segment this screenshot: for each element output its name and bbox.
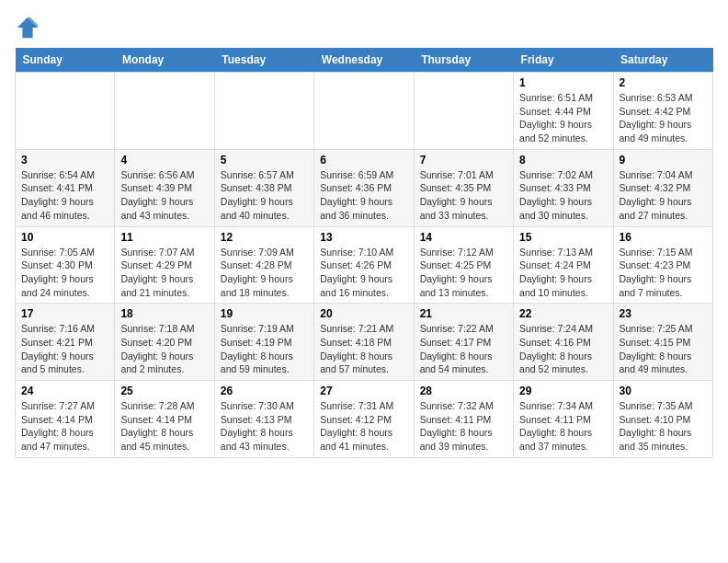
day-info: Sunrise: 7:27 AMSunset: 4:14 PMDaylight:… [21,399,108,454]
weekday-header: Wednesday [314,48,414,73]
day-info: Sunrise: 7:01 AMSunset: 4:35 PMDaylight:… [420,168,507,223]
day-number: 12 [221,231,308,244]
day-info: Sunrise: 7:12 AMSunset: 4:25 PMDaylight:… [420,246,507,300]
logo [15,15,44,40]
day-info: Sunrise: 7:10 AMSunset: 4:26 PMDaylight:… [320,246,407,300]
day-number: 26 [221,385,308,397]
header [15,15,713,40]
day-number: 14 [420,231,507,244]
calendar-cell: 5Sunrise: 6:57 AMSunset: 4:38 PMDaylight… [214,149,313,226]
weekday-header: Friday [514,48,613,73]
calendar-cell [214,73,313,150]
calendar-cell: 6Sunrise: 6:59 AMSunset: 4:36 PMDaylight… [314,149,414,226]
calendar-cell: 25Sunrise: 7:28 AMSunset: 4:14 PMDayligh… [115,381,214,458]
day-number: 28 [420,385,507,397]
calendar-cell: 15Sunrise: 7:13 AMSunset: 4:24 PMDayligh… [514,226,613,304]
calendar-cell: 13Sunrise: 7:10 AMSunset: 4:26 PMDayligh… [314,226,414,304]
calendar-cell: 10Sunrise: 7:05 AMSunset: 4:30 PMDayligh… [16,226,115,304]
day-info: Sunrise: 7:09 AMSunset: 4:28 PMDaylight:… [221,246,308,300]
day-number: 30 [620,385,707,397]
day-info: Sunrise: 7:07 AMSunset: 4:29 PMDaylight:… [120,246,208,300]
day-info: Sunrise: 7:34 AMSunset: 4:11 PMDaylight:… [519,399,607,454]
calendar-week-row: 1Sunrise: 6:51 AMSunset: 4:44 PMDaylight… [16,73,713,150]
calendar-cell: 20Sunrise: 7:21 AMSunset: 4:18 PMDayligh… [314,304,414,381]
calendar-cell: 21Sunrise: 7:22 AMSunset: 4:17 PMDayligh… [414,304,513,381]
calendar-week-row: 10Sunrise: 7:05 AMSunset: 4:30 PMDayligh… [16,226,713,304]
day-number: 15 [519,231,607,244]
day-info: Sunrise: 7:28 AMSunset: 4:14 PMDaylight:… [120,399,208,454]
calendar-week-row: 17Sunrise: 7:16 AMSunset: 4:21 PMDayligh… [16,304,713,381]
calendar-week-row: 3Sunrise: 6:54 AMSunset: 4:41 PMDaylight… [16,149,713,226]
day-number: 23 [620,307,707,320]
day-number: 20 [320,307,407,320]
calendar-cell: 11Sunrise: 7:07 AMSunset: 4:29 PMDayligh… [115,226,214,304]
day-info: Sunrise: 6:59 AMSunset: 4:36 PMDaylight:… [320,168,407,223]
day-number: 29 [519,385,607,397]
day-info: Sunrise: 6:51 AMSunset: 4:44 PMDaylight:… [519,91,607,145]
day-info: Sunrise: 6:57 AMSunset: 4:38 PMDaylight:… [221,168,308,223]
day-number: 25 [120,385,208,397]
day-number: 8 [519,154,607,167]
svg-marker-0 [17,17,38,38]
day-info: Sunrise: 7:18 AMSunset: 4:20 PMDaylight:… [120,322,208,376]
calendar-cell [115,73,214,150]
calendar-cell: 19Sunrise: 7:19 AMSunset: 4:19 PMDayligh… [214,304,313,381]
weekday-header-row: SundayMondayTuesdayWednesdayThursdayFrid… [16,48,713,73]
weekday-header: Saturday [613,48,712,73]
calendar-cell: 22Sunrise: 7:24 AMSunset: 4:16 PMDayligh… [514,304,613,381]
calendar-cell: 24Sunrise: 7:27 AMSunset: 4:14 PMDayligh… [16,381,115,458]
day-number: 2 [620,76,707,89]
day-number: 16 [620,231,707,244]
day-number: 13 [320,231,407,244]
day-number: 11 [120,231,208,244]
calendar-cell: 17Sunrise: 7:16 AMSunset: 4:21 PMDayligh… [16,304,115,381]
day-info: Sunrise: 6:54 AMSunset: 4:41 PMDaylight:… [21,168,108,223]
day-info: Sunrise: 7:15 AMSunset: 4:23 PMDaylight:… [620,246,707,300]
calendar-cell: 18Sunrise: 7:18 AMSunset: 4:20 PMDayligh… [115,304,214,381]
day-info: Sunrise: 7:19 AMSunset: 4:19 PMDaylight:… [221,322,308,376]
calendar-cell: 29Sunrise: 7:34 AMSunset: 4:11 PMDayligh… [514,381,613,458]
day-info: Sunrise: 7:05 AMSunset: 4:30 PMDaylight:… [21,246,108,300]
calendar: SundayMondayTuesdayWednesdayThursdayFrid… [15,48,713,458]
calendar-cell: 4Sunrise: 6:56 AMSunset: 4:39 PMDaylight… [115,149,214,226]
calendar-week-row: 24Sunrise: 7:27 AMSunset: 4:14 PMDayligh… [16,381,713,458]
calendar-cell: 12Sunrise: 7:09 AMSunset: 4:28 PMDayligh… [214,226,313,304]
calendar-cell: 28Sunrise: 7:32 AMSunset: 4:11 PMDayligh… [414,381,513,458]
calendar-cell [16,73,115,150]
weekday-header: Sunday [16,48,115,73]
day-info: Sunrise: 7:24 AMSunset: 4:16 PMDaylight:… [519,322,607,376]
calendar-cell: 2Sunrise: 6:53 AMSunset: 4:42 PMDaylight… [613,73,712,150]
calendar-cell: 9Sunrise: 7:04 AMSunset: 4:32 PMDaylight… [613,149,712,226]
day-info: Sunrise: 7:35 AMSunset: 4:10 PMDaylight:… [620,399,707,454]
day-number: 27 [320,385,407,397]
day-info: Sunrise: 7:32 AMSunset: 4:11 PMDaylight:… [420,399,507,454]
day-number: 1 [519,76,607,89]
day-info: Sunrise: 7:16 AMSunset: 4:21 PMDaylight:… [21,322,108,376]
calendar-cell: 16Sunrise: 7:15 AMSunset: 4:23 PMDayligh… [613,226,712,304]
day-number: 4 [120,154,208,167]
day-number: 5 [221,154,308,167]
day-number: 6 [320,154,407,167]
calendar-cell: 26Sunrise: 7:30 AMSunset: 4:13 PMDayligh… [214,381,313,458]
day-number: 3 [21,154,108,167]
calendar-cell: 7Sunrise: 7:01 AMSunset: 4:35 PMDaylight… [414,149,513,226]
day-number: 21 [420,307,507,320]
day-number: 18 [120,307,208,320]
day-info: Sunrise: 6:56 AMSunset: 4:39 PMDaylight:… [120,168,208,223]
day-info: Sunrise: 7:31 AMSunset: 4:12 PMDaylight:… [320,399,407,454]
day-info: Sunrise: 7:02 AMSunset: 4:33 PMDaylight:… [519,168,607,223]
day-info: Sunrise: 7:04 AMSunset: 4:32 PMDaylight:… [620,168,707,223]
day-info: Sunrise: 7:22 AMSunset: 4:17 PMDaylight:… [420,322,507,376]
weekday-header: Tuesday [214,48,313,73]
day-number: 10 [21,231,108,244]
calendar-cell: 30Sunrise: 7:35 AMSunset: 4:10 PMDayligh… [613,381,712,458]
day-info: Sunrise: 7:25 AMSunset: 4:15 PMDaylight:… [620,322,707,376]
calendar-cell: 1Sunrise: 6:51 AMSunset: 4:44 PMDaylight… [514,73,613,150]
logo-icon [15,15,40,40]
calendar-cell [414,73,513,150]
calendar-cell: 23Sunrise: 7:25 AMSunset: 4:15 PMDayligh… [613,304,712,381]
calendar-cell [314,73,414,150]
day-info: Sunrise: 6:53 AMSunset: 4:42 PMDaylight:… [620,91,707,145]
calendar-cell: 3Sunrise: 6:54 AMSunset: 4:41 PMDaylight… [16,149,115,226]
day-info: Sunrise: 7:30 AMSunset: 4:13 PMDaylight:… [221,399,308,454]
